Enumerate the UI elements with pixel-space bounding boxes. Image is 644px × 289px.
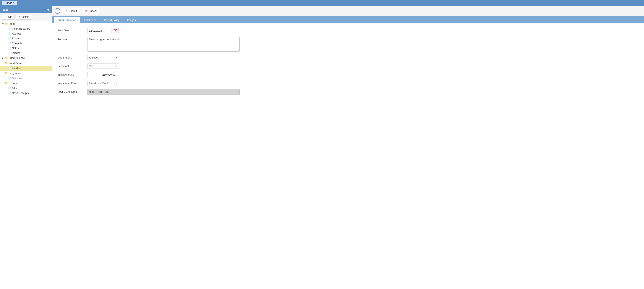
- toggle-icon-history[interactable]: ▼: [2, 82, 4, 84]
- sidebar-item-label-phones: Phones: [12, 37, 20, 40]
- department-select[interactable]: AthleticsFinanceAdministrationArts: [87, 55, 119, 60]
- add-button[interactable]: 🗋 Add: [2, 15, 15, 20]
- cancel-label: Cancel: [88, 10, 97, 12]
- sidebar-item-fund-detail[interactable]: ▼📁Fund Detail: [0, 60, 52, 66]
- add-label: Add: [8, 16, 12, 18]
- initial-amount-input[interactable]: [87, 72, 117, 77]
- toggle-icon-fund-detail[interactable]: ▼: [2, 62, 4, 64]
- toggle-icon-fund-balance[interactable]: ▶: [2, 57, 4, 59]
- submit-button[interactable]: ✔ Submit: [62, 8, 80, 14]
- start-date-input[interactable]: [87, 28, 112, 33]
- investment-pool-row: Investment Pool: Investment Pool 1Invest…: [58, 80, 638, 86]
- close-icon[interactable]: ×: [13, 2, 14, 4]
- sidebar-item-fundinfo[interactable]: 📄FundInfo: [0, 66, 52, 70]
- cancel-x-icon: ✖: [85, 9, 88, 13]
- form-content: Start Date: 📅 Purpose: Music program sch…: [52, 24, 644, 102]
- sidebar-item-label-bills: Bills: [12, 87, 17, 90]
- folder-icon-fund-balance: 📁: [4, 56, 8, 60]
- sidebar-tree: ▼📁Fund📄Financial Query📄Address📄Phones📄Co…: [0, 21, 52, 289]
- purpose-row: Purpose: Music program scholarship: [58, 37, 638, 52]
- doc-icon-notes: 📄: [8, 47, 11, 50]
- cancel-button[interactable]: ✖ Cancel: [82, 8, 100, 14]
- purpose-label: Purpose:: [58, 37, 87, 41]
- calendar-icon[interactable]: 📅: [112, 28, 118, 34]
- sidebar-item-cash-receipts[interactable]: 📄Cash Receipts: [0, 91, 52, 96]
- pool-gl-value: 9900-1110-2-000: [87, 89, 240, 95]
- sidebar-item-label-cash-receipts: Cash Receipts: [12, 92, 29, 94]
- doc-icon-bills: 📄: [8, 87, 11, 90]
- submit-label: Submit: [69, 10, 77, 12]
- folder-icon-history: 📁: [4, 82, 8, 85]
- folder-icon-integration: 📁: [4, 72, 8, 75]
- toggle-icon-fund[interactable]: ▼: [2, 23, 4, 25]
- perpetual-select[interactable]: YesNo: [87, 64, 119, 69]
- doc-icon-contacts: 📄: [8, 42, 11, 45]
- investment-pool-label: Investment Pool:: [58, 80, 87, 85]
- initial-amount-row: Initial Amount:: [58, 72, 638, 77]
- sidebar: Tabs ◀ 🗋 Add 🗁 Delete ▼📁Fund📄Financial Q…: [0, 6, 52, 289]
- sidebar-item-address[interactable]: 📄Address: [0, 31, 52, 36]
- help-icon: ?: [57, 10, 58, 12]
- sidebar-item-images[interactable]: 📄Images: [0, 50, 52, 55]
- title-tab[interactable]: Funds ×: [2, 1, 17, 5]
- department-row: Department: AthleticsFinanceAdministrati…: [58, 55, 638, 60]
- app-container: Tabs ◀ 🗋 Add 🗁 Delete ▼📁Fund📄Financial Q…: [0, 6, 644, 289]
- tab-fund-specifics[interactable]: Fund Specifics: [54, 17, 80, 24]
- sidebar-item-salesforce[interactable]: 📄Salesforce: [0, 76, 52, 80]
- doc-icon-address: 📄: [8, 32, 11, 35]
- tab-admin-fee[interactable]: Admin Fee: [80, 17, 100, 24]
- sidebar-item-fund-balance[interactable]: ▶📁Fund Balance: [0, 55, 52, 60]
- initial-amount-label: Initial Amount:: [58, 72, 87, 76]
- sidebar-item-label-fund: Fund: [9, 22, 15, 25]
- sidebar-item-label-notes: Notes: [12, 46, 19, 50]
- doc-icon-images: 📄: [8, 52, 11, 54]
- sidebar-item-label-financial-query: Financial Query: [12, 27, 30, 30]
- sidebar-item-history[interactable]: ▼📁History: [0, 80, 52, 86]
- sidebar-title: Tabs: [2, 8, 8, 11]
- delete-label: Delete: [22, 16, 29, 18]
- pool-gl-label: Pool GL Account:: [58, 89, 87, 93]
- sidebar-item-label-history: History: [9, 82, 17, 85]
- help-button[interactable]: ?: [54, 8, 60, 14]
- tab-bar: Fund SpecificsAdmin FeeSpend PolicyImage…: [52, 16, 644, 24]
- purpose-textarea[interactable]: Music program scholarship: [87, 37, 240, 52]
- content-panel: Fund SpecificsAdmin FeeSpend PolicyImage…: [52, 16, 644, 289]
- perpetual-label: Perpetual:: [58, 64, 87, 68]
- perpetual-row: Perpetual: YesNo: [58, 64, 638, 69]
- title-bar: Funds ×: [0, 0, 644, 6]
- sidebar-header: Tabs ◀: [0, 6, 52, 13]
- sidebar-item-label-images: Images: [12, 52, 20, 54]
- add-icon: 🗋: [4, 16, 7, 18]
- sidebar-item-contacts[interactable]: 📄Contacts: [0, 41, 52, 46]
- toggle-icon-integration[interactable]: ▼: [2, 72, 4, 74]
- sidebar-item-notes[interactable]: 📄Notes: [0, 46, 52, 50]
- sidebar-item-financial-query[interactable]: 📄Financial Query: [0, 26, 52, 31]
- sidebar-collapse-icon[interactable]: ◀: [47, 8, 49, 11]
- sidebar-item-label-address: Address: [12, 32, 21, 35]
- content-area: ? ✔ Submit ✖ Cancel Fund SpecificsAdmin …: [52, 6, 644, 289]
- sidebar-item-label-salesforce: Salesforce: [12, 77, 24, 80]
- sidebar-item-label-integration: Integration: [9, 72, 21, 75]
- content-toolbar: ? ✔ Submit ✖ Cancel: [52, 6, 644, 16]
- sidebar-item-integration[interactable]: ▼📁Integration: [0, 70, 52, 76]
- delete-icon: 🗁: [18, 16, 21, 18]
- delete-button[interactable]: 🗁 Delete: [16, 15, 32, 20]
- investment-pool-select[interactable]: Investment Pool 1Investment Pool 2Invest…: [87, 80, 119, 86]
- doc-icon-phones: 📄: [8, 37, 11, 40]
- doc-icon-financial-query: 📄: [8, 28, 11, 30]
- sidebar-toolbar: 🗋 Add 🗁 Delete: [0, 13, 52, 21]
- tab-spend-policy[interactable]: Spend Policy: [100, 17, 123, 24]
- sidebar-item-label-fundinfo: FundInfo: [12, 67, 22, 70]
- start-date-label: Start Date:: [58, 28, 87, 32]
- doc-icon-fundinfo: 📄: [8, 67, 11, 70]
- pool-gl-row: Pool GL Account: 9900-1110-2-000: [58, 89, 638, 95]
- sidebar-item-phones[interactable]: 📄Phones: [0, 36, 52, 41]
- department-label: Department:: [58, 55, 87, 59]
- sidebar-item-label-fund-detail: Fund Detail: [9, 62, 22, 65]
- sidebar-item-fund[interactable]: ▼📁Fund: [0, 21, 52, 26]
- doc-icon-cash-receipts: 📄: [8, 92, 11, 94]
- sidebar-item-bills[interactable]: 📄Bills: [0, 86, 52, 91]
- title-tab-label: Funds: [5, 2, 12, 4]
- submit-check-icon: ✔: [65, 9, 68, 13]
- tab-images[interactable]: Images: [124, 17, 140, 24]
